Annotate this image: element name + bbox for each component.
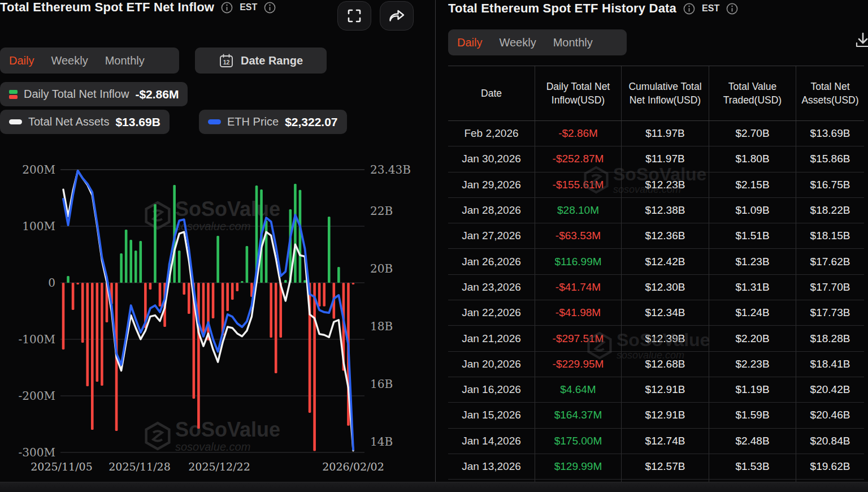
cell-date: Jan 26,2026	[448, 249, 535, 274]
cell-value-traded: $1.51B	[709, 223, 796, 248]
tab-monthly[interactable]: Monthly	[553, 36, 593, 49]
cell-date: Jan 15,2026	[448, 403, 535, 428]
svg-text:100M: 100M	[22, 219, 55, 233]
download-button[interactable]	[854, 32, 868, 50]
price-legend-icon	[208, 119, 221, 124]
cell-date: Jan 20,2026	[448, 352, 535, 377]
legend-eth-price[interactable]: ETH Price $2,322.07	[199, 110, 347, 134]
calendar-icon: 12	[219, 53, 234, 68]
cell-net-assets: $15.86B	[796, 146, 864, 171]
svg-text:-200M: -200M	[19, 389, 55, 403]
table-row[interactable]: Jan 26,2026$116.99M$12.42B$1.23B$17.62B	[448, 249, 864, 274]
svg-text:2025/11/28: 2025/11/28	[108, 460, 171, 473]
tab-daily[interactable]: Daily	[9, 54, 34, 67]
assets-legend-label: Total Net Assets	[28, 115, 109, 128]
download-icon	[854, 32, 868, 50]
table-row[interactable]: Jan 29,2026-$155.61M$12.23B$2.15B$16.75B	[448, 172, 864, 198]
cell-daily-inflow: $164.37M	[535, 403, 622, 428]
cell-value-traded: $2.48B	[709, 429, 796, 454]
share-button[interactable]	[380, 1, 414, 31]
date-range-button[interactable]: 12 Date Range	[195, 48, 327, 74]
info-icon[interactable]	[221, 2, 233, 14]
cell-daily-inflow: -$2.86M	[535, 121, 622, 146]
cell-net-assets: $17.62B	[796, 249, 864, 274]
svg-text:16B: 16B	[370, 377, 393, 391]
cell-cumulative-inflow: $12.30B	[622, 275, 709, 300]
cell-cumulative-inflow: $12.91B	[622, 377, 709, 402]
cell-date: Feb 2,2026	[448, 121, 535, 146]
cell-cumulative-inflow: $12.68B	[622, 352, 709, 377]
cell-value-traded: $1.80B	[709, 146, 796, 171]
history-data-panel: Total Ethereum Spot ETF History Data EST…	[436, 0, 868, 482]
svg-text:-100M: -100M	[19, 333, 55, 346]
table-row[interactable]: Jan 21,2026-$297.51M$12.39B$2.20B$18.28B	[448, 326, 864, 351]
watermark: SoSoValuesosovalue.com	[145, 199, 280, 232]
table-row[interactable]: Jan 13,2026$129.99M$12.57B$1.53B$19.62B	[448, 454, 864, 480]
cell-daily-inflow: -$63.53M	[535, 223, 622, 248]
table-row[interactable]: Jan 27,2026-$63.53M$12.36B$1.51B$18.15B	[448, 223, 864, 249]
svg-text:2025/12/22: 2025/12/22	[188, 460, 250, 473]
info-icon[interactable]	[264, 2, 276, 14]
cell-daily-inflow: -$41.98M	[535, 300, 622, 325]
cell-value-traded: $1.23B	[709, 249, 796, 274]
inflow-legend-icon	[9, 90, 18, 99]
column-header: Date	[448, 66, 535, 120]
table-row[interactable]: Jan 20,2026-$229.95M$12.68B$2.23B$18.41B	[448, 352, 864, 377]
table-row[interactable]: Jan 30,2026-$252.87M$11.97B$1.80B$15.86B	[448, 146, 864, 172]
cell-cumulative-inflow: $12.23B	[622, 172, 709, 197]
table-header-row: DateDaily Total Net Inflow(USD)Cumulativ…	[448, 66, 864, 121]
legend-net-assets[interactable]: Total Net Assets $13.69B	[0, 110, 170, 134]
inflow-legend-label: Daily Total Net Inflow	[24, 88, 129, 101]
cell-net-assets: $17.73B	[796, 300, 864, 325]
est-timezone-label: EST	[702, 3, 719, 14]
cell-net-assets: $18.15B	[796, 223, 864, 248]
cell-date: Jan 21,2026	[448, 326, 535, 351]
cell-daily-inflow: -$41.74M	[535, 275, 622, 300]
fullscreen-icon	[347, 8, 362, 23]
tab-monthly[interactable]: Monthly	[105, 54, 145, 67]
legend-net-inflow[interactable]: Daily Total Net Inflow -$2.86M	[0, 82, 188, 106]
tab-weekly[interactable]: Weekly	[51, 54, 88, 67]
table-row[interactable]: Jan 22,2026-$41.98M$12.34B$1.24B$17.73B	[448, 300, 864, 326]
cell-value-traded: $1.24B	[709, 300, 796, 325]
cell-cumulative-inflow: $12.39B	[622, 326, 709, 351]
table-row[interactable]: Jan 23,2026-$41.74M$12.30B$1.31B$17.70B	[448, 275, 864, 300]
table-row[interactable]: Jan 15,2026$164.37M$12.91B$1.59B$20.46B	[448, 403, 864, 428]
est-timezone-label: EST	[240, 2, 257, 12]
table-period-tabs: Daily Weekly Monthly	[448, 29, 627, 55]
cell-cumulative-inflow: $12.91B	[622, 403, 709, 428]
column-header: Total Net Assets(USD)	[796, 66, 864, 120]
cell-daily-inflow: $28.10M	[535, 198, 622, 223]
cell-net-assets: $18.22B	[796, 198, 864, 223]
net-inflow-chart-panel: Total Ethereum Spot ETF Net Inflow EST D…	[0, 0, 435, 482]
column-header: Daily Total Net Inflow(USD)	[535, 66, 622, 120]
cell-net-assets: $18.41B	[796, 352, 864, 377]
cell-value-traded: $1.31B	[709, 275, 796, 300]
info-icon[interactable]	[726, 3, 738, 15]
cell-net-assets: $20.42B	[796, 377, 864, 402]
cell-daily-inflow: -$252.87M	[535, 146, 622, 171]
svg-text:14B: 14B	[370, 435, 393, 448]
table-row[interactable]: Jan 14,2026$175.00M$12.74B$2.48B$20.84B	[448, 429, 864, 454]
svg-text:20B: 20B	[370, 262, 393, 275]
cell-value-traded: $2.70B	[709, 121, 796, 146]
table-row[interactable]: Feb 2,2026-$2.86M$11.97B$2.70B$13.69B	[448, 121, 864, 146]
next-section-edge	[0, 482, 868, 492]
tab-weekly[interactable]: Weekly	[499, 36, 536, 49]
tab-daily[interactable]: Daily	[457, 36, 482, 49]
cell-date: Jan 14,2026	[448, 429, 535, 454]
date-range-label: Date Range	[241, 54, 303, 67]
cell-value-traded: $1.53B	[709, 454, 796, 479]
info-icon[interactable]	[683, 3, 695, 15]
sosovalue-logo-icon	[145, 201, 171, 230]
history-table: DateDaily Total Net Inflow(USD)Cumulativ…	[448, 66, 864, 492]
cell-daily-inflow: $129.99M	[535, 454, 622, 479]
table-row[interactable]: Jan 28,2026$28.10M$12.38B$1.09B$18.22B	[448, 198, 864, 223]
cell-value-traded: $1.59B	[709, 403, 796, 428]
assets-legend-value: $13.69B	[115, 115, 160, 129]
cell-daily-inflow: -$297.51M	[535, 326, 622, 351]
cell-net-assets: $16.75B	[796, 172, 864, 197]
cell-net-assets: $17.70B	[796, 275, 864, 300]
fullscreen-button[interactable]	[337, 1, 371, 31]
table-row[interactable]: Jan 16,2026$4.64M$12.91B$1.19B$20.42B	[448, 377, 864, 403]
